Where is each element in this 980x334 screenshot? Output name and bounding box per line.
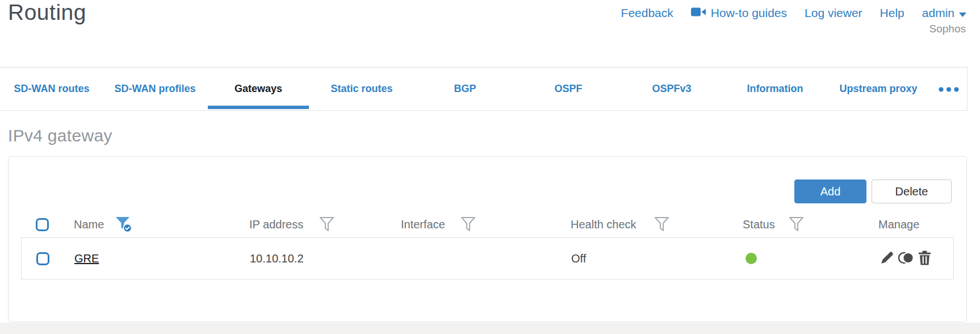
admin-menu[interactable]: admin bbox=[922, 6, 966, 20]
add-button[interactable]: Add bbox=[794, 179, 866, 203]
feedback-link[interactable]: Feedback bbox=[621, 6, 673, 20]
select-all-checkbox[interactable] bbox=[36, 218, 49, 231]
tab-bgp[interactable]: BGP bbox=[413, 68, 517, 110]
table-header: Name IP address Interface Health check bbox=[9, 211, 966, 237]
column-header-status: Status bbox=[743, 211, 775, 237]
page-background-strip bbox=[0, 323, 980, 334]
column-header-health-check: Health check bbox=[571, 211, 636, 237]
pencil-icon bbox=[880, 250, 894, 266]
help-link[interactable]: Help bbox=[880, 6, 904, 20]
log-viewer-link[interactable]: Log viewer bbox=[805, 6, 862, 20]
section-title: IPv4 gateway bbox=[8, 126, 112, 145]
status-up-indicator bbox=[746, 253, 757, 264]
tab-sd-wan-profiles[interactable]: SD-WAN profiles bbox=[103, 68, 207, 110]
filter-health-check-icon[interactable] bbox=[654, 211, 669, 237]
tab-upstream-proxy[interactable]: Upstream proxy bbox=[827, 68, 930, 110]
filter-status-icon[interactable] bbox=[789, 211, 804, 237]
column-header-manage: Manage bbox=[878, 211, 919, 237]
trash-icon bbox=[918, 250, 931, 267]
gateway-name-link[interactable]: GRE bbox=[74, 252, 99, 265]
top-header: Routing Feedback How-to guides Log viewe… bbox=[0, 0, 980, 67]
ip-address-cell: 10.10.10.2 bbox=[250, 238, 304, 279]
gateway-name-cell: GRE bbox=[74, 238, 99, 279]
table-toolbar: Add Delete bbox=[794, 179, 952, 203]
table-row: GRE 10.10.10.2 Off bbox=[21, 237, 954, 279]
tab-sd-wan-routes[interactable]: SD-WAN routes bbox=[0, 68, 103, 110]
edit-button[interactable] bbox=[880, 250, 894, 266]
tab-ospf[interactable]: OSPF bbox=[517, 68, 620, 110]
delete-row-button[interactable] bbox=[918, 250, 931, 267]
header-nav: Feedback How-to guides Log viewer Help a… bbox=[621, 6, 966, 20]
clone-icon bbox=[898, 251, 914, 266]
caret-down-icon bbox=[959, 6, 966, 20]
howto-guides-link[interactable]: How-to guides bbox=[691, 6, 787, 20]
filter-interface-icon[interactable] bbox=[460, 211, 476, 237]
health-check-cell: Off bbox=[571, 238, 586, 279]
active-tab-underline bbox=[208, 106, 309, 109]
column-header-interface: Interface bbox=[401, 211, 445, 237]
row-checkbox[interactable] bbox=[36, 252, 49, 265]
delete-button[interactable]: Delete bbox=[872, 179, 952, 203]
account-name: Sophos bbox=[929, 23, 966, 35]
ellipsis-icon bbox=[939, 84, 959, 94]
filter-ip-address-icon[interactable] bbox=[319, 211, 334, 237]
tab-information[interactable]: Information bbox=[723, 68, 827, 110]
clone-button[interactable] bbox=[898, 251, 914, 266]
tab-bar: SD-WAN routes SD-WAN profiles Gateways S… bbox=[0, 67, 968, 111]
column-header-name: Name bbox=[74, 211, 104, 237]
more-tabs-button[interactable] bbox=[930, 68, 967, 110]
video-camera-icon bbox=[691, 6, 706, 20]
gateway-table-card: Add Delete Name IP address Interface bbox=[8, 156, 967, 322]
row-checkbox-wrap bbox=[36, 238, 49, 279]
manage-cell bbox=[880, 238, 931, 279]
tab-static-routes[interactable]: Static routes bbox=[310, 68, 413, 110]
status-cell bbox=[746, 238, 757, 279]
column-header-ip-address: IP address bbox=[249, 211, 303, 237]
tab-ospfv3[interactable]: OSPFv3 bbox=[620, 68, 723, 110]
filter-name-active-icon[interactable] bbox=[115, 211, 133, 237]
tab-gateways[interactable]: Gateways bbox=[207, 68, 310, 110]
select-all-checkbox-wrap bbox=[36, 211, 49, 237]
page-title: Routing bbox=[8, 0, 86, 25]
